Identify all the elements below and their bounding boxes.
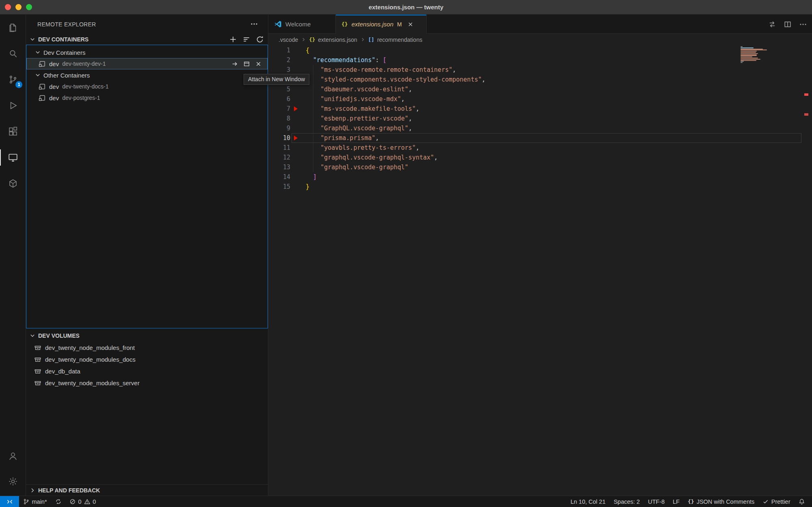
code-line[interactable]: 4 "styled-components.vscode-styled-compo… [268, 75, 812, 84]
chevron-down-icon [29, 332, 36, 339]
problems-item[interactable]: 0 0 [65, 496, 100, 507]
code-text: "ms-vscode-remote.remote-containers", [306, 65, 456, 75]
volume-item[interactable]: dev_twenty_node_modules_front [26, 342, 268, 354]
tree-group-dev-containers[interactable]: Dev Containers [26, 47, 268, 58]
more-actions-icon[interactable] [250, 20, 258, 28]
tree-item-dev-twenty-docs-1[interactable]: dev dev-twenty-docs-1 [26, 81, 268, 92]
split-editor-icon[interactable] [784, 20, 792, 28]
notifications-bell[interactable] [795, 496, 809, 507]
line-number: 13 [268, 162, 290, 172]
language-label: JSON with Comments [697, 498, 755, 505]
attach-new-window-icon[interactable] [243, 60, 250, 67]
code-line[interactable]: 11 "yoavbls.pretty-ts-errors", [268, 143, 812, 153]
minimap[interactable] [741, 46, 769, 71]
tree-group-other-containers[interactable]: Other Containers [26, 69, 268, 81]
section-actions [229, 35, 264, 43]
code-line[interactable]: 8 "esbenp.prettier-vscode", [268, 114, 812, 123]
eol-sequence[interactable]: LF [669, 496, 684, 507]
minimap-line [741, 56, 752, 57]
volume-item[interactable]: dev_db_data [26, 365, 268, 377]
json-file-icon: {} [309, 37, 315, 43]
activitybar-accounts[interactable] [0, 443, 26, 469]
sync-button[interactable] [51, 496, 66, 507]
code-line[interactable]: 6 "unifiedjs.vscode-mdx", [268, 94, 812, 104]
activitybar-source-control[interactable]: 1 [0, 67, 26, 93]
code-line[interactable]: 5 "dbaeumer.vscode-eslint", [268, 84, 812, 94]
line-number: 6 [268, 94, 290, 104]
volume-label: dev_twenty_node_modules_docs [45, 356, 136, 363]
container-description: dev-twenty-docs-1 [62, 83, 108, 90]
refresh-icon[interactable] [256, 35, 264, 43]
code-line[interactable]: 14 ] [268, 172, 812, 182]
extensions-icon [8, 126, 18, 137]
breadcrumb-file[interactable]: extensions.json [318, 37, 357, 43]
section-dev-volumes[interactable]: DEV VOLUMES [26, 330, 268, 341]
activitybar-extensions[interactable] [0, 119, 26, 145]
section-help-feedback[interactable]: HELP AND FEEDBACK [26, 484, 268, 496]
container-icon [39, 83, 46, 90]
minimap-line [741, 50, 767, 50]
git-branch-item[interactable]: main* [19, 496, 51, 507]
indentation[interactable]: Spaces: 2 [609, 496, 644, 507]
container-name: dev [49, 95, 59, 101]
code-line[interactable]: 2 "recommendations": [ [268, 55, 812, 65]
minimap-line [741, 61, 744, 62]
line-number: 15 [268, 182, 290, 192]
more-actions-icon[interactable] [799, 20, 807, 28]
warnings-count: 0 [93, 498, 96, 505]
breadcrumb-folder[interactable]: .vscode [279, 37, 298, 43]
titlebar: extensions.json — twenty [0, 0, 812, 15]
code-line[interactable]: 13 "graphql.vscode-graphql" [268, 162, 812, 172]
window-title: extensions.json — twenty [0, 0, 812, 15]
run-debug-icon [8, 100, 18, 111]
code-line[interactable]: 1{ [268, 45, 812, 55]
details-list-icon[interactable] [242, 35, 251, 43]
open-changes-icon[interactable] [768, 20, 776, 28]
section-dev-containers[interactable]: DEV CONTAINERS [26, 34, 268, 45]
volume-item[interactable]: dev_twenty_node_modules_docs [26, 354, 268, 365]
formatter-status[interactable]: Prettier [758, 496, 794, 507]
tree-item-dev-postgres-1[interactable]: dev dev-postgres-1 [26, 92, 268, 104]
breadcrumb-symbol[interactable]: recommendations [377, 37, 422, 43]
code-line[interactable]: 10 "prisma.prisma", [268, 133, 812, 143]
attach-current-window-icon[interactable] [231, 60, 238, 67]
cursor-position-label: Ln 10, Col 21 [570, 498, 605, 505]
code-line[interactable]: 7 "ms-vscode.makefile-tools", [268, 104, 812, 114]
code-line[interactable]: 15} [268, 182, 812, 192]
line-number: 12 [268, 153, 290, 162]
container-icon [39, 60, 46, 67]
remove-container-icon[interactable] [255, 60, 262, 67]
activitybar-remote-explorer[interactable] [0, 145, 26, 170]
encoding[interactable]: UTF-8 [644, 496, 669, 507]
code-area[interactable]: 1{2 "recommendations": [3 "ms-vscode-rem… [268, 45, 812, 496]
container-description: dev-postgres-1 [62, 95, 100, 101]
tab-extensions-json[interactable]: {} extensions.json M [336, 15, 427, 34]
minimap-line [741, 46, 743, 47]
activity-bar: 1 [0, 15, 26, 496]
close-tab-icon[interactable] [407, 21, 414, 28]
remote-indicator[interactable] [0, 496, 19, 507]
code-line[interactable]: 3 "ms-vscode-remote.remote-containers", [268, 65, 812, 75]
overview-ruler-mark [804, 113, 808, 116]
chevron-down-icon [35, 72, 41, 78]
code-text: "GraphQL.vscode-graphql", [306, 123, 412, 133]
activitybar-explorer[interactable] [0, 15, 26, 41]
chevron-right-icon [29, 487, 36, 494]
tab-welcome[interactable]: Welcome [268, 15, 336, 33]
code-line[interactable]: 9 "GraphQL.vscode-graphql", [268, 123, 812, 133]
code-line[interactable]: 12 "graphql.vscode-graphql-syntax", [268, 153, 812, 162]
sidebar-remote-explorer: REMOTE EXPLORER DEV CONTAINERS Dev Conta… [26, 15, 268, 496]
volume-item[interactable]: dev_twenty_node_modules_server [26, 377, 268, 389]
cursor-position[interactable]: Ln 10, Col 21 [566, 496, 609, 507]
activitybar-run-debug[interactable] [0, 93, 26, 119]
activitybar-dev-containers[interactable] [0, 170, 26, 196]
tree-item-dev-twenty-dev-1[interactable]: dev dev-twenty-dev-1 [26, 58, 268, 69]
volume-label: dev_twenty_node_modules_front [45, 344, 135, 351]
status-left: main* 0 0 [0, 496, 100, 507]
branch-icon [23, 498, 30, 505]
new-container-icon[interactable] [229, 35, 237, 43]
indentation-label: Spaces: 2 [613, 498, 640, 505]
activitybar-search[interactable] [0, 41, 26, 67]
activitybar-settings[interactable] [0, 468, 26, 494]
language-mode[interactable]: {} JSON with Comments [684, 496, 758, 507]
